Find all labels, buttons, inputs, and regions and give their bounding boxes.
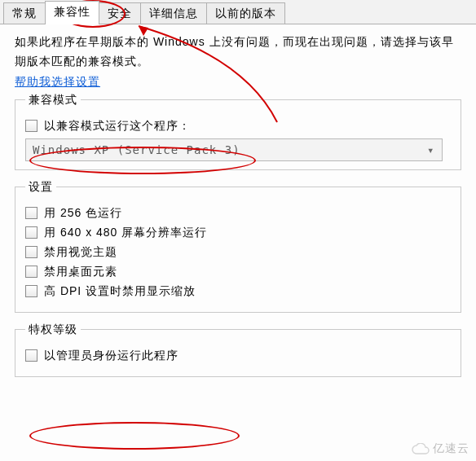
tab-details[interactable]: 详细信息 [140,2,207,24]
run-as-admin-checkbox[interactable] [25,349,37,362]
tab-general[interactable]: 常规 [3,2,46,24]
opt-disable-desktop-checkbox[interactable] [25,266,37,278]
tab-security[interactable]: 安全 [99,2,141,24]
opt-256color-checkbox[interactable] [25,207,37,219]
run-compat-checkbox[interactable] [25,120,37,132]
intro-text: 如果此程序在早期版本的 Windows 上没有问题，而现在出现问题，请选择与该早… [15,33,461,72]
annotation-ellipse-admin [29,422,240,450]
settings-group: 设置 用 256 色运行 用 640 x 480 屏幕分辨率运行 禁用视觉主题 … [15,180,461,313]
cloud-icon [412,443,430,454]
compat-os-value: Windows XP (Service Pack 3) [33,143,240,156]
privilege-group: 特权等级 以管理员身份运行此程序 [15,323,461,377]
tab-bar: 常规 兼容性 安全 详细信息 以前的版本 [0,0,476,24]
compat-mode-legend: 兼容模式 [25,93,81,108]
opt-disable-theme-checkbox[interactable] [25,246,37,258]
tab-previous-versions[interactable]: 以前的版本 [206,2,285,24]
opt-640x480-label: 用 640 x 480 屏幕分辨率运行 [44,226,207,240]
opt-high-dpi-label: 高 DPI 设置时禁用显示缩放 [44,284,196,299]
watermark-text: 亿速云 [433,441,469,456]
privilege-legend: 特权等级 [25,323,81,337]
chevron-down-icon: ▾ [427,143,434,156]
opt-high-dpi-checkbox[interactable] [25,285,37,297]
opt-640x480-checkbox[interactable] [25,226,37,239]
opt-disable-desktop-label: 禁用桌面元素 [44,265,117,279]
settings-legend: 设置 [25,180,56,195]
opt-256color-label: 用 256 色运行 [44,206,122,221]
help-link[interactable]: 帮助我选择设置 [15,75,100,90]
run-compat-label: 以兼容模式运行这个程序： [44,119,191,134]
opt-disable-theme-label: 禁用视觉主题 [44,245,117,260]
compat-mode-group: 兼容模式 以兼容模式运行这个程序： Windows XP (Service Pa… [15,93,461,170]
tab-compatibility[interactable]: 兼容性 [45,1,99,24]
watermark: 亿速云 [412,441,469,456]
run-as-admin-label: 以管理员身份运行此程序 [44,349,178,363]
compat-os-dropdown[interactable]: Windows XP (Service Pack 3) ▾ [25,138,443,161]
